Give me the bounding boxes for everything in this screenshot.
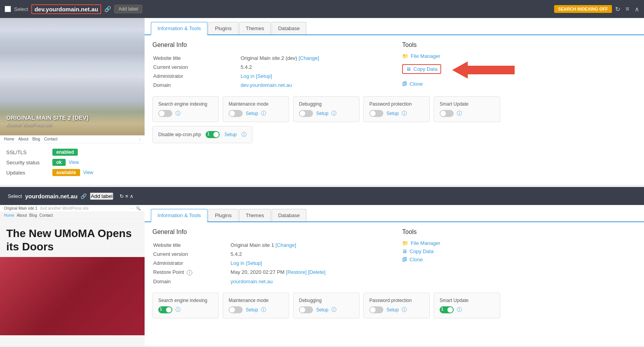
site2-maintenance-setup[interactable]: Setup [246, 307, 258, 313]
site2-file-manager-link[interactable]: 📁 File Manager [402, 240, 636, 246]
site2-link-icon[interactable]: 🔗 [80, 193, 87, 199]
site2-maintenance-info-icon[interactable]: ⓘ [261, 306, 266, 313]
site2-delete-link[interactable]: [Delete] [308, 269, 326, 275]
site1-debugging-title: Debugging [299, 101, 354, 107]
nav-home[interactable]: Home [4, 137, 14, 141]
collapse-icon[interactable]: ∧ [635, 5, 639, 13]
site1-debugging-toggle[interactable] [299, 110, 313, 117]
tab-themes-2[interactable]: Themes [239, 209, 271, 221]
site1-password-title: Password protection [369, 101, 424, 107]
site2-site-name: Original Main site 1 [4, 206, 38, 210]
site1-website-title-row: Website title Original Main site 2 (dev)… [153, 54, 386, 62]
site1-security-view[interactable]: View [69, 160, 79, 165]
site2-domain[interactable]: yourdomain.net.au [25, 193, 77, 200]
site2-info-table: Website title Original Main site 1 [Chan… [152, 240, 386, 286]
site1-clone-link[interactable]: 🗐 Clone [402, 81, 636, 87]
site1-cron-info-icon[interactable]: ⓘ [242, 131, 247, 138]
tab-database-2[interactable]: Database [272, 209, 307, 221]
site2-debugging-info-icon[interactable]: ⓘ [331, 306, 336, 313]
site2-password-toggle[interactable] [369, 306, 383, 313]
site2-debugging-toggle[interactable] [299, 306, 313, 313]
site2-password-setup[interactable]: Setup [386, 307, 399, 313]
site1-search-info-icon[interactable]: ⓘ [175, 110, 181, 117]
site2-nav-home[interactable]: Home [4, 213, 14, 218]
site1-checkbox[interactable] [5, 6, 11, 12]
site1-cron-setup[interactable]: Setup [224, 132, 236, 137]
site1-info-table: Website title Original Main site 2 (dev)… [152, 53, 386, 90]
site2-nav-about[interactable]: About [17, 213, 27, 218]
site2-smartupdate-toggle[interactable]: 1 [440, 306, 454, 313]
site2-collapse-icon[interactable]: ∧ [130, 193, 134, 199]
site2-login-link[interactable]: Log in [231, 260, 244, 266]
site1-maintenance-info-icon[interactable]: ⓘ [261, 110, 266, 117]
site1-setup-link[interactable]: [Setup] [256, 73, 272, 79]
site2-tabs: Information & Tools Plugins Themes Datab… [145, 205, 644, 222]
site1-login-link[interactable]: Log in [241, 73, 254, 79]
tab-information-tools-1[interactable]: Information & Tools [151, 22, 208, 35]
site1-domain-label: Domain [153, 81, 240, 89]
tab-plugins-1[interactable]: Plugins [208, 22, 238, 34]
tab-plugins-2[interactable]: Plugins [208, 209, 238, 221]
site1-change-link[interactable]: [Change] [299, 55, 319, 61]
site2-refresh-icon[interactable]: ↻ [120, 193, 124, 199]
site2-maintenance-title: Maintenance mode [229, 298, 283, 303]
site2-menu-icon[interactable]: ≡ [125, 193, 129, 199]
site1-updates-view[interactable]: View [83, 170, 93, 175]
site2-add-label-button[interactable]: Add label [90, 192, 113, 200]
site2-nav-search[interactable]: 🔍 [136, 206, 141, 210]
site1-domain[interactable]: dev.yourdomain.net.au [31, 4, 101, 14]
site2-toggle-card-search: Search engine indexing 1 ⓘ [152, 293, 219, 318]
site2-nav-blog[interactable]: Blog [29, 213, 37, 218]
site1-file-manager-link[interactable]: 📁 File Manager [402, 53, 636, 59]
nav-blog[interactable]: Blog [32, 137, 40, 141]
site2-restore-link[interactable]: [Restore] [286, 269, 307, 275]
site1-password-toggle-row: Setup ⓘ [369, 110, 424, 117]
site1-overlay-title: ORIGINAL MAIN SITE 2 (DEV) Another WordP… [6, 114, 89, 128]
site1-toggle-card-smartupdate: Smart Update ⓘ [434, 96, 500, 122]
site2-setup-link[interactable]: [Setup] [246, 260, 262, 266]
site2-smartupdate-info-icon[interactable]: ⓘ [457, 306, 462, 313]
site2-smartupdate-title: Smart Update [440, 298, 494, 303]
site1-search-toggle[interactable] [158, 110, 172, 117]
site2-search-info-icon[interactable]: ⓘ [175, 306, 181, 313]
site2-domain-value: yourdomain.net.au [231, 277, 386, 286]
site1-maintenance-toggle[interactable] [229, 110, 243, 117]
site1-password-toggle[interactable] [369, 110, 383, 117]
menu-icon[interactable]: ≡ [626, 5, 629, 13]
nav-scroll-arrow[interactable]: ↓ [139, 137, 141, 141]
site2-nav-more[interactable]: ··· [131, 206, 134, 210]
site1-copy-data-link[interactable]: 🖥 Copy Data [402, 64, 441, 74]
red-arrow-indicator [452, 61, 515, 79]
site2-search-toggle[interactable]: 1 [158, 306, 172, 313]
site1-two-col: General Info Website title Original Main… [152, 41, 636, 90]
nav-contact[interactable]: Contact [44, 137, 57, 141]
site1-smartupdate-toggle[interactable] [440, 110, 454, 117]
nav-about[interactable]: About [18, 137, 29, 141]
site1-cron-toggle[interactable]: 1 [206, 131, 220, 138]
site1-debugging-info-icon[interactable]: ⓘ [331, 110, 336, 117]
site1-link-icon[interactable]: 🔗 [104, 6, 111, 12]
site1-add-label-button[interactable]: Add label [114, 5, 142, 13]
search-indexing-badge[interactable]: SEARCH INDEXING OFF [554, 5, 612, 13]
site2-password-info-icon[interactable]: ⓘ [402, 306, 407, 313]
site1-smartupdate-info-icon[interactable]: ⓘ [457, 110, 462, 117]
site2-nav-contact[interactable]: Contact [39, 213, 53, 218]
site1-password-info-icon[interactable]: ⓘ [402, 110, 407, 117]
tab-database-1[interactable]: Database [272, 22, 307, 34]
site2-copy-data-link[interactable]: 🖥 Copy Data [402, 248, 636, 254]
site1-password-setup[interactable]: Setup [386, 111, 399, 116]
site1-maintenance-setup[interactable]: Setup [246, 111, 258, 116]
site1-domain-value: dev.yourdomain.net.au [241, 81, 386, 89]
tab-themes-1[interactable]: Themes [239, 22, 271, 34]
site2-clone-link[interactable]: 🗐 Clone [402, 257, 636, 262]
site2-change-link[interactable]: [Change] [275, 242, 296, 248]
site1-general-info-title: General Info [152, 41, 386, 49]
site1-debugging-setup[interactable]: Setup [316, 111, 328, 116]
site2-maintenance-toggle[interactable] [229, 306, 243, 313]
site2-debugging-setup[interactable]: Setup [316, 307, 328, 313]
tab-information-tools-2[interactable]: Information & Tools [151, 209, 208, 222]
restore-info-icon[interactable]: i [187, 270, 192, 275]
site2-select-label: Select [8, 193, 22, 199]
clone-icon: 🗐 [402, 81, 407, 87]
refresh-icon[interactable]: ↻ [615, 5, 620, 13]
